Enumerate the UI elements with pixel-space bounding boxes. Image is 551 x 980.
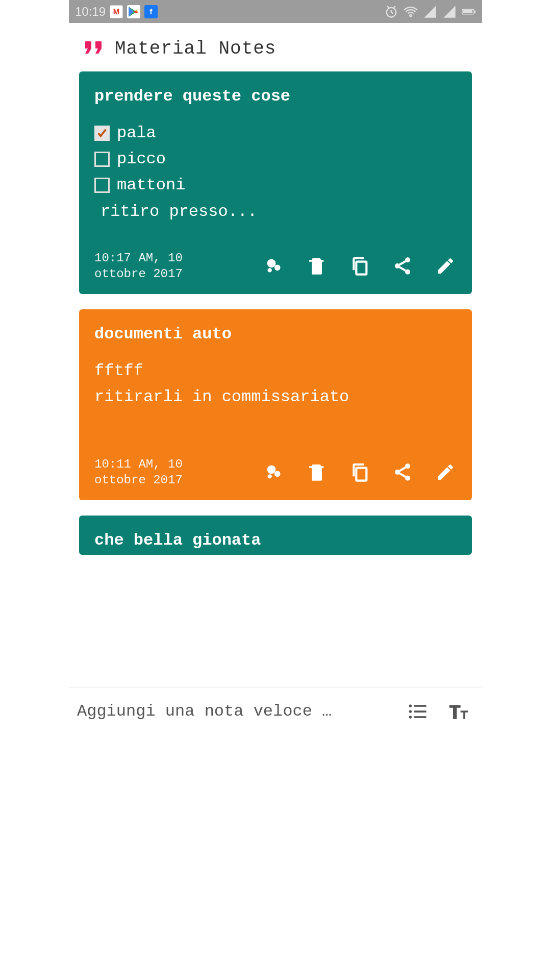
svg-point-15 [405,463,410,469]
svg-point-4 [267,259,276,268]
svg-rect-2 [463,10,472,13]
note-body-text: ritiro presso... [94,199,457,225]
note-footer: 10:11 AM, 10 ottobre 2017 [94,456,457,488]
note-body-line: ritirarli in commissariato [94,384,457,410]
svg-rect-3 [474,10,475,13]
svg-point-5 [274,264,281,271]
svg-point-13 [268,474,272,478]
checklist-item-label: picco [117,146,166,172]
copy-icon[interactable] [348,461,371,483]
svg-point-8 [405,257,410,262]
svg-point-17 [405,475,410,480]
app-header: Material Notes [69,23,482,71]
note-actions [263,461,457,483]
svg-rect-19 [414,705,427,707]
battery-icon [462,5,476,19]
color-palette-icon[interactable] [263,461,285,483]
wifi-icon [404,5,418,19]
svg-point-10 [405,270,410,275]
signal-icon [423,5,437,19]
share-icon[interactable] [391,255,414,277]
delete-icon[interactable] [306,255,328,277]
text-size-icon[interactable] [443,696,474,727]
svg-rect-14 [356,468,366,480]
color-palette-icon[interactable] [263,255,285,277]
delete-icon[interactable] [306,461,328,483]
share-icon[interactable] [391,461,414,483]
note-timestamp: 10:17 AM, 10 ottobre 2017 [94,250,196,282]
note-body: fftff ritirarli in commissariato [94,358,457,410]
svg-rect-21 [414,710,427,713]
signal-icon-2 [442,5,457,19]
bottom-bar: Aggiungi una nota veloce … [69,688,482,735]
svg-point-16 [395,470,400,475]
note-body-line: fftff [94,358,457,384]
note-title: documenti auto [94,325,457,344]
alarm-icon [384,5,398,19]
svg-rect-7 [356,262,366,275]
quick-note-input[interactable]: Aggiungi una nota veloce … [77,701,392,722]
checkbox-unchecked-icon[interactable] [94,178,110,193]
checklist-item-label: pala [117,120,156,146]
note-timestamp: 10:11 AM, 10 ottobre 2017 [94,456,196,488]
note-actions [263,255,457,277]
play-store-icon [127,5,140,18]
svg-point-6 [268,268,272,272]
status-left: 10:19 M f [75,5,158,19]
note-card[interactable]: che bella gionata [79,516,472,555]
list-icon[interactable] [403,696,433,727]
quote-icon [83,37,104,60]
facebook-icon: f [144,5,158,18]
note-title: che bella gionata [94,531,457,550]
svg-rect-23 [414,716,427,718]
note-body: pala picco mattoni ritiro presso... [94,120,457,225]
checkbox-unchecked-icon[interactable] [94,152,110,167]
svg-point-12 [274,471,281,477]
notes-list[interactable]: prendere queste cose pala picco mattoni … [69,71,482,688]
svg-point-11 [267,465,276,474]
app-title: Material Notes [115,38,276,59]
status-right [384,5,476,19]
note-card[interactable]: documenti auto fftff ritirarli in commis… [79,309,472,500]
svg-point-20 [409,710,412,713]
checklist-item-label: mattoni [117,172,185,198]
edit-icon[interactable] [434,255,457,277]
svg-point-18 [409,704,412,707]
checkbox-checked-icon[interactable] [94,126,110,141]
copy-icon[interactable] [348,255,371,277]
svg-point-9 [395,263,400,268]
note-title: prendere queste cose [94,87,457,106]
note-card[interactable]: prendere queste cose pala picco mattoni … [79,71,472,294]
status-time: 10:19 [75,5,106,19]
status-bar: 10:19 M f [69,0,482,23]
edit-icon[interactable] [434,461,457,483]
gmail-icon: M [110,5,123,18]
note-footer: 10:17 AM, 10 ottobre 2017 [94,250,457,282]
svg-point-22 [409,716,412,719]
